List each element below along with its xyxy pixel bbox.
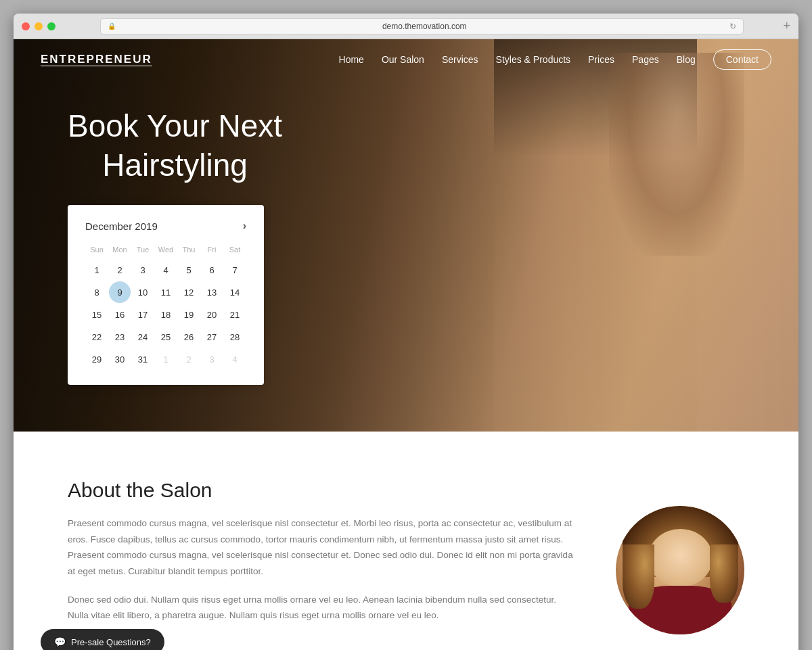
nav-prices[interactable]: Prices — [588, 54, 614, 65]
nav-our-salon[interactable]: Our Salon — [382, 54, 424, 65]
day-fri: Fri — [200, 244, 223, 255]
nav-blog[interactable]: Blog — [677, 54, 696, 65]
presale-button[interactable]: 💬 Pre-sale Questions? — [41, 629, 164, 650]
about-paragraph-1: Praesent commodo cursus magna, vel scele… — [68, 515, 575, 580]
calendar-date[interactable]: 16 — [109, 304, 131, 325]
calendar-date[interactable]: 1 — [155, 348, 177, 370]
refresh-icon[interactable]: ↻ — [729, 22, 736, 31]
close-button[interactable] — [22, 22, 30, 30]
minimize-button[interactable] — [35, 22, 43, 30]
calendar-date[interactable]: 13 — [201, 281, 223, 303]
hero-section: ENTREPRENEUR Home Our Salon Services Sty… — [14, 39, 798, 432]
calendar-date[interactable]: 5 — [178, 259, 200, 281]
calendar-date[interactable]: 25 — [155, 326, 177, 348]
lock-icon: 🔒 — [108, 22, 116, 30]
chat-icon: 💬 — [54, 636, 66, 647]
calendar-date[interactable]: 17 — [132, 304, 154, 325]
calendar-date[interactable]: 6 — [201, 259, 223, 281]
nav-home[interactable]: Home — [339, 54, 364, 65]
calendar-date[interactable]: 28 — [224, 326, 246, 348]
calendar-date[interactable]: 24 — [132, 326, 154, 348]
calendar-date[interactable]: 19 — [178, 304, 200, 325]
calendar-date[interactable]: 11 — [155, 281, 177, 303]
calendar-date[interactable]: 21 — [224, 304, 246, 325]
maximize-button[interactable] — [47, 22, 55, 30]
calendar-date[interactable]: 3 — [201, 348, 223, 370]
calendar-date[interactable]: 7 — [224, 259, 246, 281]
calendar-date[interactable]: 2 — [178, 348, 200, 370]
calendar-date[interactable]: 3 — [132, 259, 154, 281]
nav-styles-products[interactable]: Styles & Products — [496, 54, 571, 65]
nav-logo[interactable]: ENTREPRENEUR — [41, 53, 152, 66]
day-thu: Thu — [177, 244, 200, 255]
main-nav: ENTREPRENEUR Home Our Salon Services Sty… — [14, 39, 798, 80]
day-mon: Mon — [108, 244, 131, 255]
calendar-dates: 1234567891011121314151617181920212223242… — [85, 259, 246, 370]
nav-services[interactable]: Services — [442, 54, 478, 65]
calendar-date[interactable]: 4 — [155, 259, 177, 281]
presale-label: Pre-sale Questions? — [71, 637, 151, 647]
calendar-date[interactable]: 26 — [178, 326, 200, 348]
hero-content: Book Your Next Hairstyling December 2019… — [68, 107, 282, 385]
calendar-date[interactable]: 20 — [201, 304, 223, 325]
calendar-date[interactable]: 14 — [224, 281, 246, 303]
new-tab-button[interactable]: + — [783, 19, 790, 33]
calendar-widget: December 2019 › Sun Mon Tue Wed Thu Fri … — [68, 205, 264, 385]
calendar-day-headers: Sun Mon Tue Wed Thu Fri Sat — [85, 244, 246, 255]
day-sun: Sun — [85, 244, 108, 255]
calendar-date[interactable]: 27 — [201, 326, 223, 348]
nav-contact[interactable]: Contact — [713, 49, 771, 70]
calendar-date[interactable]: 4 — [224, 348, 246, 370]
calendar-date[interactable]: 18 — [155, 304, 177, 325]
calendar-date[interactable]: 8 — [86, 281, 108, 303]
calendar-date[interactable]: 2 — [109, 259, 131, 281]
calendar-month-year: December 2019 — [85, 220, 158, 232]
about-paragraph-2: Donec sed odio dui. Nullam quis risus eg… — [68, 592, 575, 624]
calendar-date[interactable]: 31 — [132, 348, 154, 370]
calendar-date[interactable]: 9 — [109, 281, 131, 303]
hero-title: Book Your Next Hairstyling — [68, 107, 282, 185]
day-wed: Wed — [154, 244, 177, 255]
calendar-date[interactable]: 15 — [86, 304, 108, 325]
about-text-content: About the Salon Praesent commodo cursus … — [68, 479, 575, 624]
day-tue: Tue — [131, 244, 154, 255]
calendar-date[interactable]: 23 — [109, 326, 131, 348]
nav-pages[interactable]: Pages — [632, 54, 659, 65]
address-bar[interactable]: demo.themovation.com — [119, 22, 729, 31]
about-title: About the Salon — [68, 479, 575, 502]
about-section: About the Salon Praesent commodo cursus … — [14, 432, 798, 650]
calendar-date[interactable]: 1 — [86, 259, 108, 281]
day-sat: Sat — [223, 244, 246, 255]
calendar-date[interactable]: 10 — [132, 281, 154, 303]
calendar-next-button[interactable]: › — [243, 220, 246, 232]
calendar-date[interactable]: 29 — [86, 348, 108, 370]
calendar-date[interactable]: 22 — [86, 326, 108, 348]
calendar-date[interactable]: 12 — [178, 281, 200, 303]
about-avatar-container — [616, 506, 744, 634]
calendar-date[interactable]: 30 — [109, 348, 131, 370]
